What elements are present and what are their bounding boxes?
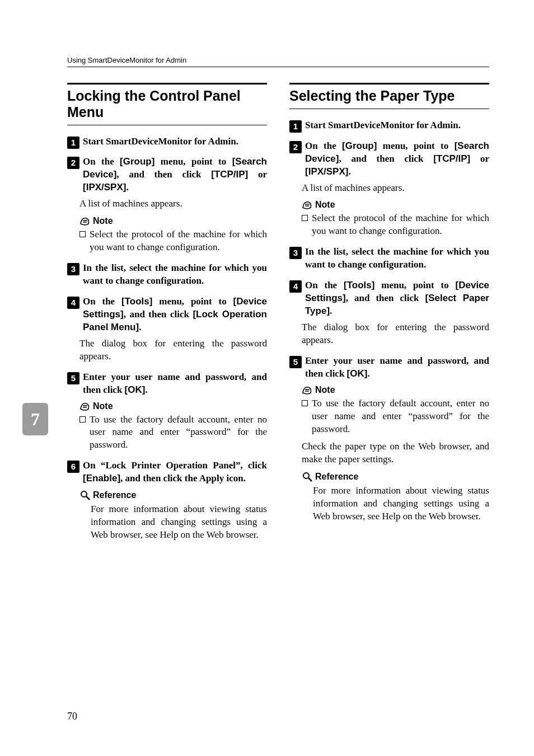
note-icon [79,216,91,226]
running-header: Using SmartDeviceMonitor for Admin [67,56,489,67]
step-number-icon: 6 [67,461,79,473]
note-heading: Note [302,200,489,210]
step-text: On the [Group] menu, point to [Search De… [305,140,489,179]
step-body: A list of machines appears. [302,182,489,195]
step-number-icon: 2 [67,157,79,169]
step-text: Start SmartDeviceMonitor for Admin. [83,135,238,148]
step-2: 2 On the [Group] menu, point to [Search … [289,140,489,238]
note-label: Note [315,385,335,395]
step-number-icon: 4 [289,280,302,293]
step-3: 3 In the list, select the machine for wh… [289,246,489,271]
step-number-icon: 4 [67,297,79,309]
step-number-icon: 5 [289,356,302,368]
step-number-icon: 5 [67,372,79,384]
note-heading: Note [79,216,267,226]
note-heading: Note [79,401,267,411]
reference-text: For more information about viewing statu… [313,485,489,523]
bullet-square-icon [79,416,86,422]
bullet-square-icon [79,231,86,237]
step-6: 6 On “Lock Printer Operation Panel”, cli… [67,459,267,542]
two-column-layout: Locking the Control Panel Menu 1 Start S… [67,83,489,550]
note-icon [79,401,91,411]
note-text: To use the factory default account, ente… [312,397,489,436]
step-2: 2 On the [Group] menu, point to [Search … [67,156,267,254]
reference-heading: Reference [302,471,489,482]
svg-point-2 [303,473,309,478]
step-4: 4 On the [Tools] menu, point to [Device … [67,295,267,363]
step-text: On the [Group] menu, point to [Search De… [83,156,267,194]
left-column: Locking the Control Panel Menu 1 Start S… [67,83,267,550]
note-item: Select the protocol of the machine for w… [302,212,489,238]
section-title-right: Selecting the Paper Type [289,83,489,109]
note-item: To use the factory default account, ente… [302,397,489,436]
bullet-square-icon [302,400,308,406]
step-body: The dialog box for entering the password… [302,321,489,347]
step-number-icon: 2 [289,141,302,153]
reference-icon [302,471,313,482]
reference-label: Reference [315,472,358,482]
reference-text: For more information about viewing statu… [91,503,267,542]
note-label: Note [93,401,113,411]
step-number-icon: 3 [67,263,79,275]
section-tab: 7 [22,403,48,435]
reference-heading: Reference [79,490,267,501]
svg-line-1 [86,496,90,500]
step-number-icon: 3 [289,247,302,259]
step-body: A list of machines appears. [79,198,267,210]
reference-label: Reference [93,490,136,500]
step-text: On the [Tools] menu, point to [Device Se… [305,279,489,318]
step-number-icon: 1 [289,120,302,133]
step-body: The dialog box for entering the password… [79,337,267,363]
step-5: 5 Enter your user name and password, and… [67,371,267,452]
note-heading: Note [302,385,489,395]
step-1: 1 Start SmartDeviceMonitor for Admin. [67,135,267,148]
note-item: Select the protocol of the machine for w… [79,228,267,254]
note-icon [302,200,313,210]
note-label: Note [315,200,335,210]
step-text: On the [Tools] menu, point to [Device Se… [83,295,267,334]
step-4: 4 On the [Tools] menu, point to [Device … [289,279,489,347]
step-text: In the list, select the machine for whic… [305,246,489,271]
step-5: 5 Enter your user name and password, and… [289,355,489,523]
step-text: In the list, select the machine for whic… [83,262,267,288]
note-item: To use the factory default account, ente… [79,414,267,452]
step-text: Enter your user name and password, and t… [83,371,267,397]
note-icon [302,385,313,395]
section-title-left: Locking the Control Panel Menu [67,83,267,125]
step-text: On “Lock Printer Operation Panel”, click… [83,459,267,485]
note-text: Select the protocol of the machine for w… [90,228,267,254]
svg-line-3 [308,478,312,481]
note-text: To use the factory default account, ente… [90,414,267,452]
right-column: Selecting the Paper Type 1 Start SmartDe… [289,83,489,550]
step-text: Enter your user name and password, and t… [305,355,489,381]
step-number-icon: 1 [67,137,79,149]
step-3: 3 In the list, select the machine for wh… [67,262,267,288]
step-extra: Check the paper type on the Web browser,… [302,440,489,466]
note-text: Select the protocol of the machine for w… [312,212,489,238]
page: Using SmartDeviceMonitor for Admin Locki… [0,0,534,572]
note-label: Note [93,216,113,226]
step-text: Start SmartDeviceMonitor for Admin. [305,119,461,132]
svg-point-0 [81,491,87,497]
reference-icon [79,490,91,501]
bullet-square-icon [302,215,308,221]
step-1: 1 Start SmartDeviceMonitor for Admin. [289,119,489,132]
page-number: 70 [67,711,77,722]
